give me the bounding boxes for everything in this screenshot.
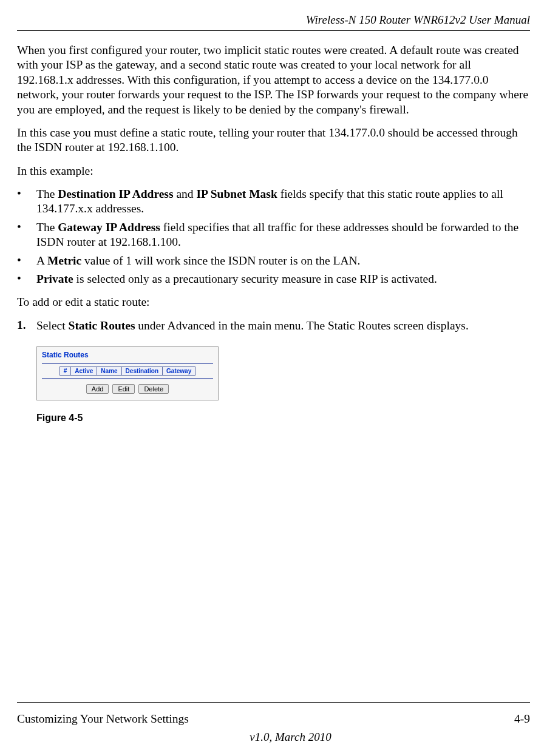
delete-button[interactable]: Delete xyxy=(138,384,169,394)
static-routes-screenshot: Static Routes # Active Name Destination … xyxy=(36,346,219,400)
paragraph-intro: When you first configured your router, t… xyxy=(17,43,530,117)
bullet-marker: • xyxy=(17,187,36,217)
footer-version: v1.0, March 2010 xyxy=(17,731,547,744)
figure-divider xyxy=(42,363,213,364)
static-routes-table: # Active Name Destination Gateway xyxy=(59,366,195,376)
col-num: # xyxy=(59,367,71,376)
col-name: Name xyxy=(97,367,121,376)
edit-button[interactable]: Edit xyxy=(112,384,135,394)
bullet-marker: • xyxy=(17,254,36,268)
bullet-item-1: • The Destination IP Address and IP Subn… xyxy=(17,187,530,217)
step-number: 1. xyxy=(17,319,36,333)
footer-section: Customizing Your Network Settings xyxy=(17,712,189,725)
footer-page-number: 4-9 xyxy=(514,712,530,726)
footer-rule xyxy=(17,702,530,703)
figure-window-title: Static Routes xyxy=(42,351,213,359)
paragraph-add-edit-lead: To add or edit a static route: xyxy=(17,295,530,309)
col-active: Active xyxy=(71,367,97,376)
paragraph-example-lead: In this example: xyxy=(17,164,530,178)
paragraph-define: In this case you must define a static ro… xyxy=(17,126,530,155)
col-destination: Destination xyxy=(121,367,162,376)
header-rule xyxy=(17,30,530,31)
col-gateway: Gateway xyxy=(163,367,195,376)
step-1: 1. Select Static Routes under Advanced i… xyxy=(17,319,530,333)
bullet-item-4: • Private is selected only as a precauti… xyxy=(17,272,530,286)
add-button[interactable]: Add xyxy=(86,384,109,394)
figure-caption: Figure 4-5 xyxy=(36,413,530,424)
bullet-item-2: • The Gateway IP Address field specifies… xyxy=(17,220,530,250)
bullet-item-3: • A Metric value of 1 will work since th… xyxy=(17,254,530,268)
figure-divider xyxy=(42,378,213,379)
bullet-marker: • xyxy=(17,220,36,250)
bullet-marker: • xyxy=(17,272,36,286)
page-header: Wireless-N 150 Router WNR612v2 User Manu… xyxy=(17,13,530,27)
